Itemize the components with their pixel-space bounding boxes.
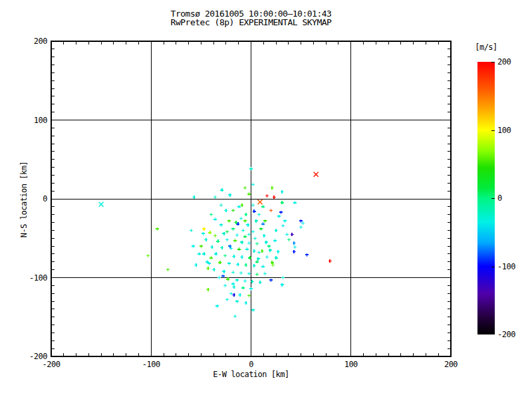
data-point (218, 261, 221, 264)
data-point (156, 227, 159, 231)
colorbar-tick (491, 130, 495, 131)
colorbar-tick-label: 0 (497, 194, 502, 203)
data-point (235, 233, 239, 237)
data-point (241, 229, 245, 232)
data-point (247, 192, 251, 196)
data-point (209, 256, 213, 259)
data-point (202, 252, 205, 255)
data-point (209, 213, 213, 216)
data-point (223, 254, 227, 257)
data-point (261, 205, 265, 208)
colorbar-tick (491, 267, 495, 267)
data-point (263, 272, 267, 275)
data-point (291, 233, 294, 236)
y-tick-label: -100 (29, 273, 47, 283)
y-axis-label: N-S location [km] (19, 162, 29, 237)
data-point (265, 241, 268, 244)
data-point (293, 201, 297, 204)
data-point (255, 273, 259, 276)
data-point (217, 276, 221, 279)
data-point (227, 219, 231, 223)
data-point (253, 249, 256, 253)
data-point (251, 183, 255, 186)
colorbar-tick-label: -200 (497, 330, 515, 339)
data-point (267, 245, 271, 248)
data-point (220, 246, 223, 249)
data-point (229, 292, 233, 295)
data-point (210, 245, 213, 249)
data-point (253, 264, 256, 267)
data-point (239, 271, 243, 275)
data-point (301, 221, 305, 225)
data-point (231, 282, 235, 285)
data-point (247, 233, 251, 236)
data-point (219, 223, 223, 227)
data-point (237, 205, 241, 208)
data-point (214, 252, 217, 255)
data-point (249, 287, 253, 291)
data-point (236, 263, 239, 266)
data-point (166, 268, 170, 271)
x-tick-label: -100 (142, 360, 160, 369)
data-point (244, 301, 247, 305)
data-point (245, 247, 249, 251)
data-point (244, 213, 247, 216)
data-point (225, 238, 229, 241)
data-point (232, 285, 235, 289)
data-point (194, 263, 198, 267)
data-point (277, 250, 280, 253)
y-tick-label: 0 (43, 194, 47, 203)
data-point-x-marker (314, 172, 319, 177)
data-point (269, 279, 273, 282)
data-point (281, 276, 285, 279)
data-point (231, 209, 235, 212)
colorbar-tick-label: 200 (497, 57, 511, 66)
data-point (259, 281, 262, 284)
y-tick-label: 100 (34, 116, 47, 125)
data-point (255, 219, 258, 223)
x-tick-label: 200 (444, 360, 458, 369)
data-point (240, 255, 243, 259)
data-point (329, 259, 332, 263)
data-point (239, 217, 243, 220)
data-point (232, 255, 235, 258)
data-point (243, 279, 247, 283)
data-point (247, 241, 251, 245)
x-tick-label: 100 (344, 360, 358, 369)
data-point (204, 238, 207, 241)
data-point (233, 315, 237, 318)
data-point (283, 219, 287, 223)
data-point (233, 239, 237, 242)
data-point (281, 283, 284, 287)
data-point (277, 215, 281, 218)
data-point (231, 227, 235, 231)
data-point (228, 194, 231, 197)
data-point (285, 233, 289, 236)
colorbar-unit-label: [m/s] (475, 43, 497, 52)
data-point (243, 186, 247, 190)
data-point (249, 167, 253, 170)
data-point (223, 284, 227, 287)
data-point (265, 255, 269, 259)
data-point (212, 268, 215, 271)
data-point (221, 275, 225, 278)
data-point (261, 249, 264, 253)
data-point (281, 201, 284, 204)
data-point (213, 217, 217, 221)
data-point (235, 279, 239, 282)
data-point (243, 219, 247, 223)
x-axis-label: E-W location [km] (51, 370, 451, 379)
data-point (219, 203, 223, 207)
data-point (265, 194, 269, 198)
data-point (192, 245, 195, 248)
data-point (235, 300, 239, 303)
y-tick-label: 200 (34, 37, 47, 46)
data-point (273, 196, 276, 199)
data-point (251, 309, 255, 312)
data-point (281, 190, 284, 194)
data-point (247, 272, 251, 275)
data-point (273, 239, 277, 242)
data-point (240, 241, 243, 244)
colorbar-tick (491, 198, 495, 199)
data-point (238, 293, 241, 297)
